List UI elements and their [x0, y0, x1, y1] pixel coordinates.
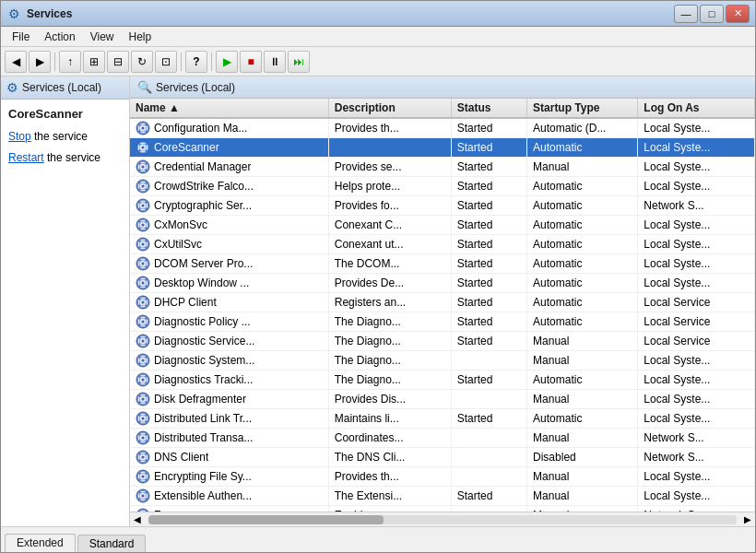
separator-2	[181, 53, 182, 71]
cell-startup: Automatic	[527, 216, 638, 235]
services-table: Name ▲ Description Status Startup Type L…	[130, 99, 755, 512]
cell-name: DNS Client	[130, 448, 328, 467]
tab-standard[interactable]: Standard	[77, 535, 147, 552]
col-header-logon[interactable]: Log On As	[638, 99, 755, 118]
export-button[interactable]: ⊡	[155, 51, 177, 73]
cell-name: Credential Manager	[130, 158, 328, 177]
col-header-startup[interactable]: Startup Type	[527, 99, 638, 118]
table-row[interactable]: Credential ManagerProvides se...StartedM…	[130, 158, 755, 177]
table-row[interactable]: FaxEnables you...ManualNetwork S...	[130, 506, 755, 512]
table-row[interactable]: Configuration Ma...Provides th...Started…	[130, 118, 755, 138]
up-button[interactable]: ↑	[59, 51, 81, 73]
service-icon	[136, 276, 150, 290]
table-row[interactable]: Encrypting File Sy...Provides th...Manua…	[130, 467, 755, 487]
cell-startup: Automatic (D...	[527, 118, 638, 138]
tab-bar: Extended Standard	[1, 527, 151, 552]
stop-button[interactable]: ■	[240, 51, 262, 73]
table-row[interactable]: Extensible Authen...The Extensi...Starte…	[130, 487, 755, 506]
cell-startup: Manual	[527, 390, 638, 409]
new-window-button[interactable]: ⊟	[107, 51, 129, 73]
close-button[interactable]: ✕	[726, 5, 750, 23]
refresh-button[interactable]: ↻	[131, 51, 153, 73]
svg-point-50	[142, 437, 145, 440]
cell-status: Started	[451, 487, 526, 506]
col-header-description[interactable]: Description	[328, 99, 451, 118]
col-header-name[interactable]: Name ▲	[130, 99, 328, 118]
service-icon	[136, 218, 150, 232]
cell-logon: Local Syste...	[638, 118, 755, 138]
stop-service-link[interactable]: Stop	[8, 130, 31, 143]
table-row[interactable]: DCOM Server Pro...The DCOM...StartedAuto…	[130, 254, 755, 274]
table-row[interactable]: Distributed Link Tr...Maintains li...Sta…	[130, 409, 755, 429]
svg-point-20	[142, 243, 145, 246]
cell-status	[451, 390, 526, 409]
hscroll-right[interactable]: ▶	[740, 514, 755, 524]
table-row[interactable]: Diagnostic System...The Diagno...ManualL…	[130, 351, 755, 371]
table-row[interactable]: CrowdStrike Falco...Helps prote...Starte…	[130, 177, 755, 196]
minimize-button[interactable]: —	[674, 5, 698, 23]
table-row[interactable]: Diagnostic Service...The Diagno...Starte…	[130, 332, 755, 351]
restart-service-link[interactable]: Restart	[8, 151, 44, 164]
hscroll-track[interactable]	[148, 515, 737, 524]
services-table-container[interactable]: Name ▲ Description Status Startup Type L…	[130, 99, 755, 512]
table-row[interactable]: Cryptographic Ser...Provides fo...Starte…	[130, 196, 755, 216]
restart-button[interactable]: ⏭	[288, 51, 310, 73]
cell-description: The Diagno...	[328, 332, 451, 351]
help-button[interactable]: ?	[185, 51, 207, 73]
cell-description: Provides De...	[328, 274, 451, 293]
status-bar: Extended Standard	[1, 526, 755, 552]
table-row[interactable]: Disk DefragmenterProvides Dis...ManualLo…	[130, 390, 755, 409]
table-header-row: Name ▲ Description Status Startup Type L…	[130, 99, 755, 118]
service-name-text: Diagnostic Policy ...	[154, 315, 251, 328]
table-row[interactable]: Distributed Transa...Coordinates...Manua…	[130, 429, 755, 448]
service-name-text: Fax	[154, 509, 172, 512]
service-icon	[136, 353, 150, 368]
cell-status: Started	[451, 158, 526, 177]
col-header-status[interactable]: Status	[451, 99, 526, 118]
cell-logon: Local Syste...	[638, 351, 755, 371]
service-icon	[136, 314, 150, 329]
svg-point-14	[142, 205, 145, 207]
horizontal-scrollbar[interactable]: ◀ ▶	[130, 512, 755, 526]
left-panel-header: ⚙ Services (Local)	[1, 76, 129, 100]
back-button[interactable]: ◀	[5, 51, 27, 73]
table-row[interactable]: DHCP ClientRegisters an...StartedAutomat…	[130, 293, 755, 312]
service-icon	[136, 159, 150, 174]
svg-point-32	[142, 321, 145, 324]
show-hide-button[interactable]: ⊞	[83, 51, 105, 73]
stop-suffix: the service	[31, 130, 88, 143]
maximize-button[interactable]: □	[700, 5, 724, 23]
cell-name: CxUtilSvc	[130, 235, 328, 254]
table-row[interactable]: CxMonSvcConexant C...StartedAutomaticLoc…	[130, 216, 755, 235]
restart-service-action: Restart the service	[8, 149, 122, 167]
table-row[interactable]: CoreScannerStartedAutomaticLocal Syste..…	[130, 138, 755, 158]
menu-action[interactable]: Action	[37, 29, 82, 45]
table-row[interactable]: CxUtilSvcConexant ut...StartedAutomaticL…	[130, 235, 755, 254]
cell-logon: Local Syste...	[638, 138, 755, 158]
service-name-text: DCOM Server Pro...	[154, 257, 253, 270]
menu-file[interactable]: File	[5, 29, 37, 45]
tab-extended[interactable]: Extended	[5, 534, 76, 552]
svg-point-26	[142, 282, 145, 285]
table-row[interactable]: Desktop Window ...Provides De...StartedA…	[130, 274, 755, 293]
play-button[interactable]: ▶	[216, 51, 238, 73]
service-name-text: Disk Defragmenter	[154, 393, 246, 406]
hscroll-left[interactable]: ◀	[130, 514, 145, 524]
cell-startup: Manual	[527, 467, 638, 487]
cell-status: Started	[451, 371, 526, 390]
menu-help[interactable]: Help	[122, 29, 159, 45]
service-name-text: CxUtilSvc	[154, 238, 202, 251]
table-row[interactable]: DNS ClientThe DNS Cli...DisabledNetwork …	[130, 448, 755, 467]
svg-point-2	[142, 127, 145, 130]
table-row[interactable]: Diagnostics Tracki...The Diagno...Starte…	[130, 371, 755, 390]
service-name-text: Diagnostic System...	[154, 354, 254, 367]
hscroll-thumb[interactable]	[148, 515, 384, 524]
menu-view[interactable]: View	[83, 29, 122, 45]
table-row[interactable]: Diagnostic Policy ...The Diagno...Starte…	[130, 312, 755, 332]
cell-startup: Automatic	[527, 138, 638, 158]
cell-startup: Automatic	[527, 371, 638, 390]
pause-button[interactable]: ⏸	[264, 51, 286, 73]
forward-button[interactable]: ▶	[29, 51, 51, 73]
service-name-text: Cryptographic Ser...	[154, 199, 252, 212]
cell-startup: Manual	[527, 429, 638, 448]
